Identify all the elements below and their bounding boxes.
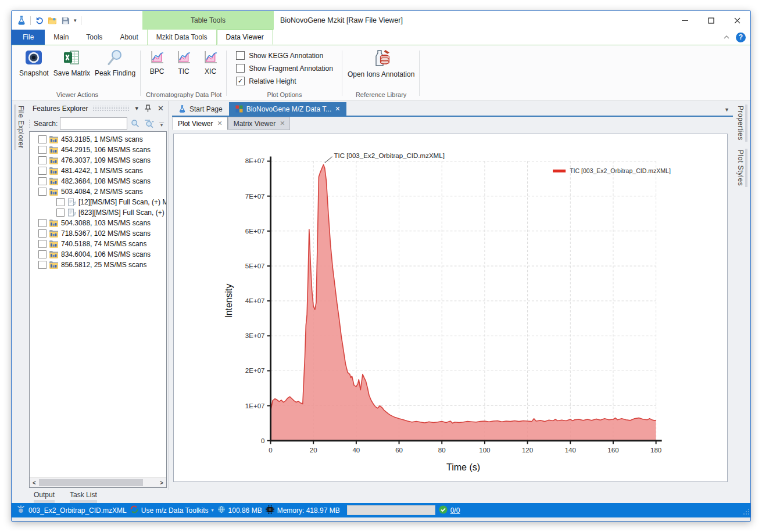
bpc-label: BPC xyxy=(150,67,164,76)
checkbox-box[interactable] xyxy=(236,51,245,60)
peak-finding-button[interactable]: Peak Finding xyxy=(93,48,137,78)
toolkit-dropdown-icon[interactable]: ▾ xyxy=(212,508,214,513)
pin-icon[interactable] xyxy=(143,105,153,113)
document-tab-bionovogene-m-z-data-t[interactable]: BioNovoGene M/Z Data T...✕ xyxy=(229,102,347,116)
save-icon[interactable] xyxy=(61,16,70,25)
features-tree-container: 453.3185, 1 MS/MS scans454.2915, 106 MS/… xyxy=(29,131,167,488)
tree-item[interactable]: 856.5812, 25 MS/MS scans xyxy=(30,260,166,270)
tab-close-icon[interactable]: ✕ xyxy=(335,105,340,113)
tic-button[interactable]: TIC xyxy=(171,48,196,76)
tree-item-checkbox[interactable] xyxy=(38,167,46,175)
tab-plot-styles[interactable]: Plot Styles xyxy=(736,149,747,187)
scrollbar-thumb[interactable] xyxy=(39,479,143,486)
menu-tab-data-viewer[interactable]: Data Viewer xyxy=(217,30,273,45)
document-tab-label: BioNovoGene M/Z Data T... xyxy=(246,105,332,113)
search-advanced-icon[interactable] xyxy=(143,119,155,128)
search-icon[interactable] xyxy=(130,119,141,128)
tree-item-checkbox[interactable] xyxy=(38,188,46,196)
tree-item-checkbox[interactable] xyxy=(38,261,46,269)
toolkit-status[interactable]: Use m/z Data Toolkits ▾ xyxy=(130,505,214,515)
features-explorer-panel: Features Explorer ▾ ✕ Search: —▾ 453.318… xyxy=(27,101,169,490)
tic-chromatogram-chart[interactable]: 02040608010012014016018001E+072E+073E+07… xyxy=(174,134,727,481)
tree-item-checkbox[interactable] xyxy=(38,219,46,227)
tree-item-checkbox[interactable] xyxy=(56,209,65,217)
open-folder-icon[interactable] xyxy=(48,16,57,24)
svg-text:100: 100 xyxy=(479,447,490,454)
subtab-matrix-viewer[interactable]: Matrix Viewer✕ xyxy=(228,117,291,130)
tree-item[interactable]: 834.6004, 106 MS/MS scans xyxy=(30,249,166,260)
panel-menu-icon[interactable]: ▾ xyxy=(134,105,141,112)
menu-tab-about[interactable]: About xyxy=(111,30,146,45)
tab-task-list[interactable]: Task List xyxy=(70,490,97,503)
menu-tab-mzkit-data-tools[interactable]: Mzkit Data Tools xyxy=(147,30,217,45)
memory-chip-icon xyxy=(266,505,274,516)
undo-icon[interactable] xyxy=(35,16,44,25)
tree-item-checkbox[interactable] xyxy=(38,177,46,185)
tree-item-checkbox[interactable] xyxy=(38,146,46,154)
subtab-close-icon[interactable]: ✕ xyxy=(217,120,222,127)
tree-item[interactable]: 504.3088, 103 MS/MS scans xyxy=(30,218,166,228)
bpc-button[interactable]: BPC xyxy=(144,48,170,76)
menu-tab-tools[interactable]: Tools xyxy=(77,30,111,45)
menu-tab-main[interactable]: Main xyxy=(45,30,77,45)
checkbox-relative-height[interactable]: ✓Relative Height xyxy=(236,77,333,85)
ms-folder-icon xyxy=(49,188,59,196)
scroll-left-icon[interactable]: < xyxy=(30,480,39,486)
document-tab-start-page[interactable]: Start Page xyxy=(172,102,229,116)
tree-item[interactable]: 454.2915, 106 MS/MS scans xyxy=(30,145,166,155)
checkbox-box[interactable] xyxy=(236,64,245,73)
tree-item[interactable]: 481.4242, 1 MS/MS scans xyxy=(30,166,166,176)
xic-button[interactable]: XIC xyxy=(198,48,223,76)
tree-item[interactable]: 453.3185, 1 MS/MS scans xyxy=(30,134,166,145)
checkbox-label: Show Fragment Annotation xyxy=(249,64,333,73)
tree-item-label: [623][MS/MS] Full Scan, (+) xyxy=(78,209,164,217)
svg-text:60: 60 xyxy=(395,447,403,454)
plot-viewer-panel[interactable]: 02040608010012014016018001E+072E+073E+07… xyxy=(173,134,728,482)
tab-properties[interactable]: Properties xyxy=(736,105,747,142)
tree-item[interactable]: [623][MS/MS] Full Scan, (+) xyxy=(30,207,166,218)
tab-file-explorer[interactable]: File Explorer xyxy=(14,105,26,150)
tree-item[interactable]: 482.3684, 108 MS/MS scans xyxy=(30,176,166,186)
tree-item-checkbox[interactable] xyxy=(38,229,46,238)
tree-item[interactable]: 718.5367, 102 MS/MS scans xyxy=(30,228,166,239)
tree-item-checkbox[interactable] xyxy=(38,250,46,258)
tab-list-dropdown-icon[interactable]: ▼ xyxy=(724,107,729,113)
subtab-close-icon[interactable]: ✕ xyxy=(280,120,285,127)
checkbox-show-fragment-annotation[interactable]: Show Fragment Annotation xyxy=(236,64,333,73)
checkbox-box[interactable]: ✓ xyxy=(236,77,245,85)
scroll-right-icon[interactable]: > xyxy=(157,480,166,486)
tab-output[interactable]: Output xyxy=(34,490,55,503)
horizontal-scrollbar[interactable]: < > xyxy=(30,477,166,487)
tree-item-checkbox[interactable] xyxy=(38,156,46,164)
task-counter-link[interactable]: 0/0 xyxy=(450,506,460,515)
panel-close-icon[interactable]: ✕ xyxy=(156,104,166,113)
search-input[interactable] xyxy=(60,117,127,130)
subtab-label: Plot Viewer xyxy=(178,120,213,128)
tree-item[interactable]: [12][MS/MS] Full Scan, (+) M xyxy=(30,197,166,207)
menu-tab-file[interactable]: File xyxy=(12,30,45,45)
maximize-button[interactable] xyxy=(698,11,724,30)
close-button[interactable] xyxy=(724,11,750,30)
checkbox-show-kegg-annotation[interactable]: Show KEGG Annotation xyxy=(236,51,333,60)
tree-item-checkbox[interactable] xyxy=(38,240,46,248)
collapse-ribbon-icon[interactable] xyxy=(723,33,730,41)
globe-icon xyxy=(217,505,226,515)
mz-data-icon xyxy=(235,105,243,113)
tree-item[interactable]: 740.5188, 74 MS/MS scans xyxy=(30,239,166,249)
snapshot-button[interactable]: Snapshot xyxy=(17,48,51,78)
toolbar-overflow-icon[interactable]: —▾ xyxy=(158,121,166,127)
tree-item[interactable]: 476.3037, 109 MS/MS scans xyxy=(30,155,166,166)
qat-dropdown-icon[interactable]: ▾ xyxy=(74,17,77,23)
minimize-button[interactable] xyxy=(672,11,698,30)
open-ions-annotation-label: Open Ions Annotation xyxy=(348,70,414,78)
tree-item[interactable]: 503.4084, 2 MS/MS scans xyxy=(30,186,166,197)
tree-item-label: 482.3684, 108 MS/MS scans xyxy=(61,177,151,185)
svg-text:1E+07: 1E+07 xyxy=(245,402,265,409)
tree-item-checkbox[interactable] xyxy=(38,135,46,143)
open-ions-annotation-button[interactable]: Open Ions Annotation xyxy=(346,48,416,79)
save-matrix-button[interactable]: Save Matrix xyxy=(52,48,92,78)
resize-grip[interactable] xyxy=(743,508,749,516)
help-icon[interactable]: ? xyxy=(736,33,746,42)
subtab-plot-viewer[interactable]: Plot Viewer✕ xyxy=(173,117,228,130)
tree-item-checkbox[interactable] xyxy=(56,198,65,206)
